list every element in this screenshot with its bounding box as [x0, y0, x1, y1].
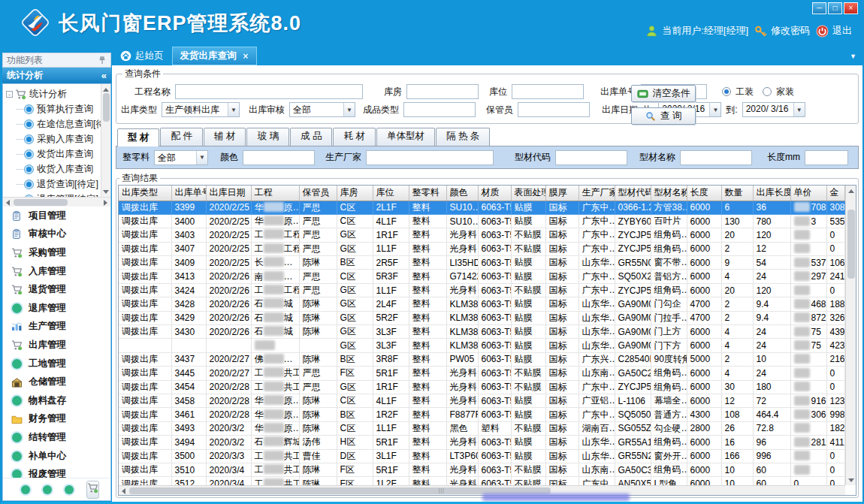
- column-header[interactable]: 出库单号: [171, 186, 206, 201]
- length-input[interactable]: [805, 150, 848, 165]
- table-row[interactable]: 调拨出库33992020/2/25华原…严思C区2L1F整料SU10…6063-…: [119, 201, 844, 214]
- column-header[interactable]: 金: [826, 186, 844, 201]
- sidebar-item-采购管理[interactable]: 采购管理: [3, 243, 110, 262]
- tab-shipping-outbound-query[interactable]: 发货出库查询 ×: [172, 47, 257, 65]
- column-header[interactable]: 数量: [721, 186, 753, 201]
- material-tab-8[interactable]: 隔 热 条: [436, 128, 490, 146]
- sidebar-item-退货管理[interactable]: 退货管理: [3, 280, 110, 299]
- project-name-input[interactable]: [175, 84, 363, 99]
- grid-vertical-scrollbar[interactable]: [845, 186, 856, 485]
- tree-expander-icon[interactable]: -: [6, 91, 13, 98]
- table-row[interactable]: 调拨出库34092020/2/25长…陈琳B区2R5F整料LI35HD6063-…: [119, 256, 844, 270]
- table-row[interactable]: 调拨出库34582020/2/28华原…陈琳C区4L1F整料光身料6063-T5…: [119, 394, 844, 407]
- tree-item[interactable]: 发货出库查询: [6, 146, 110, 161]
- collapse-icon[interactable]: «: [101, 70, 107, 81]
- sidebar-item-物料盘存[interactable]: 物料盘存: [3, 391, 110, 410]
- sidebar-item-出库管理[interactable]: 出库管理: [3, 336, 110, 355]
- table-row[interactable]: 调拨出库34132020/2/26南…严思C区5R3F整料G714226063-…: [119, 270, 844, 283]
- material-tab-3[interactable]: 辅 材: [204, 128, 246, 146]
- tree-item[interactable]: 退货查询[待定]: [6, 177, 110, 192]
- column-header[interactable]: 整零料: [409, 186, 446, 201]
- radio-gongzhuang[interactable]: [722, 87, 731, 96]
- table-row[interactable]: 调拨出库35102020/3/4工共工程陈琳F区5R1F整料光身料6063-T5…: [119, 463, 844, 476]
- column-header[interactable]: 出库日期: [206, 186, 251, 201]
- tree-vertical-scrollbar[interactable]: [101, 84, 110, 197]
- scroll-up-icon[interactable]: [103, 88, 109, 92]
- clear-conditions-button[interactable]: 清空条件: [631, 85, 696, 102]
- material-tab-1[interactable]: 型 材: [117, 128, 159, 146]
- material-tab-5[interactable]: 成 品: [290, 128, 332, 146]
- tree-root[interactable]: -统计分析: [6, 86, 110, 101]
- minimize-button[interactable]: ─: [812, 2, 826, 14]
- date-to-picker[interactable]: 2020/ 3/16▼: [742, 102, 805, 117]
- column-header[interactable]: 保管员: [299, 186, 337, 201]
- column-header[interactable]: 出库类型: [119, 186, 171, 201]
- column-header[interactable]: 生产厂家: [579, 186, 615, 201]
- column-header[interactable]: 长度: [687, 186, 721, 201]
- table-row[interactable]: 调拨出库34282020/2/26石城陈琳G区2L4F整料KLM38176063…: [119, 297, 844, 311]
- tree-vscroll-thumb[interactable]: [103, 93, 110, 122]
- table-row[interactable]: 调拨出库34002020/2/25华原…严思C区4L1F整料SU10…6063-…: [119, 214, 844, 228]
- profile-code-input[interactable]: [555, 150, 627, 165]
- table-row[interactable]: 调拨出库34542020/2/28工共工程严思G区1R1F整料光身料6063-T…: [119, 380, 844, 394]
- material-tab-2[interactable]: 配 件: [160, 128, 202, 146]
- sidebar-item-审核中心[interactable]: 审核中心: [3, 225, 110, 244]
- profile-name-input[interactable]: [680, 150, 752, 165]
- table-row[interactable]: 调拨出库34612020/2/28华原…陈琳B区1R2F整料F8877FT606…: [119, 408, 844, 421]
- sidebar-item-补单中心[interactable]: 补单中心: [3, 447, 110, 466]
- close-button[interactable]: ×: [844, 2, 858, 14]
- column-header[interactable]: 库位: [373, 186, 409, 201]
- tab-list-caret-icon[interactable]: ▼: [844, 47, 862, 65]
- table-row[interactable]: 调拨出库34072020/2/25工工程严思G区1L1F整料光身料6063-T5…: [119, 242, 844, 255]
- scroll-down-icon[interactable]: [103, 190, 109, 194]
- scroll-right-icon[interactable]: [104, 200, 107, 206]
- tab-home[interactable]: 起始页: [112, 47, 172, 65]
- column-header[interactable]: 表面处理: [511, 186, 545, 201]
- tree-hscroll-thumb[interactable]: [14, 199, 68, 206]
- grid-vscroll-thumb[interactable]: [847, 210, 855, 279]
- change-password-button[interactable]: 修改密码: [754, 24, 810, 38]
- sidebar-item-报废管理[interactable]: 报废管理: [3, 465, 110, 478]
- column-header[interactable]: 颜色: [446, 186, 478, 201]
- circle-icon[interactable]: [21, 485, 30, 494]
- circle-icon[interactable]: [65, 485, 74, 494]
- sidebar-item-结转管理[interactable]: 结转管理: [3, 428, 110, 447]
- table-row[interactable]: 调拨出库34942020/3/2石辉城汤伟H区5R1F整料光身料6063-T5贴…: [119, 436, 844, 449]
- warehouse-input[interactable]: [406, 84, 479, 99]
- column-header[interactable]: 型材名称: [651, 186, 687, 201]
- color-input[interactable]: [243, 150, 315, 165]
- column-header[interactable]: 工程: [251, 186, 299, 201]
- tree-item[interactable]: 采购入库查询: [6, 131, 110, 146]
- product-type-input[interactable]: [403, 102, 476, 117]
- sidebar-item-生产管理[interactable]: 生产管理: [3, 318, 110, 337]
- tree-horizontal-scrollbar[interactable]: [3, 197, 110, 207]
- tree-item[interactable]: 收货入库查询: [6, 161, 110, 177]
- table-row[interactable]: 调拨出库34302020/2/26石城陈琳G区3L3F整料KLM38176063…: [119, 325, 844, 339]
- column-header[interactable]: 单价: [790, 186, 826, 201]
- scroll-left-icon[interactable]: [6, 200, 10, 206]
- sidebar-item-入库管理[interactable]: 入库管理: [3, 262, 110, 281]
- circle-icon[interactable]: [43, 485, 52, 494]
- tree-item[interactable]: 在途信息查询[待: [6, 116, 110, 131]
- table-row[interactable]: 调拨出库34932020/3/2华原…陈琳C区1L1F整料黑色塑料不贴膜国标湖南…: [119, 421, 844, 435]
- search-button[interactable]: 查 询: [631, 107, 696, 125]
- logout-button[interactable]: 退出: [816, 24, 852, 38]
- sidebar-item-退库管理[interactable]: 退库管理: [3, 299, 110, 318]
- sidebar-item-仓储管理[interactable]: 仓储管理: [3, 373, 110, 391]
- tree-item[interactable]: 退库管理[待定]: [6, 192, 110, 197]
- column-header[interactable]: 膜厚: [545, 186, 579, 201]
- table-row[interactable]: 调拨出库34242020/2/26工工程严思G区1L1F整料光身料6063-T5…: [119, 283, 844, 297]
- scroll-up-icon[interactable]: [848, 189, 854, 193]
- scroll-left-icon[interactable]: [122, 488, 125, 494]
- tree-item[interactable]: 预算执行查询: [6, 101, 110, 116]
- table-row[interactable]: 调拨出库34372020/2/27佛…陈琳B区3R8F整料PW056063-T5…: [119, 352, 844, 366]
- pin-icon[interactable]: [98, 56, 107, 65]
- column-header[interactable]: 库房: [337, 186, 373, 201]
- out-type-select[interactable]: 生产领料出库▼: [162, 102, 240, 117]
- sidebar-item-项目管理[interactable]: 项目管理: [3, 207, 110, 225]
- sidebar-item-工地管理[interactable]: 工地管理: [3, 355, 110, 373]
- keeper-input[interactable]: [518, 102, 590, 117]
- material-tab-6[interactable]: 耗 材: [333, 128, 375, 146]
- column-header[interactable]: 材质: [478, 186, 511, 201]
- table-row[interactable]: 调拨出库34292020/2/26石城陈琳G区5R2F整料KLM38176063…: [119, 311, 844, 324]
